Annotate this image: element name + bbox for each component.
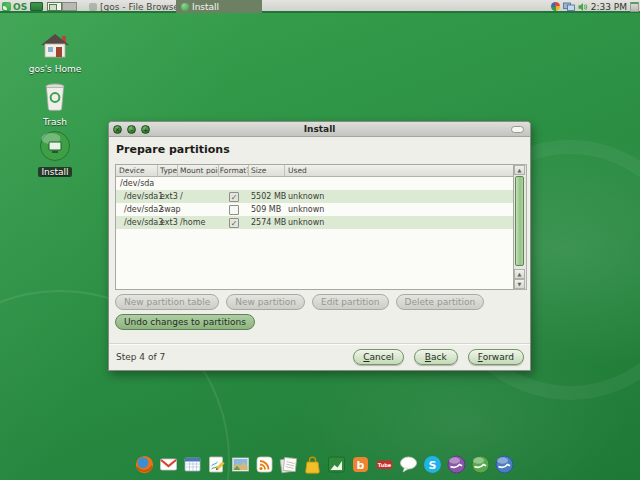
scroll-up-arrow[interactable]: ▲ xyxy=(514,165,525,175)
app-purple-icon xyxy=(446,454,467,475)
dock-item-chat[interactable] xyxy=(397,453,419,475)
dock-item-app-purple[interactable] xyxy=(445,453,467,475)
trash-applet-icon[interactable] xyxy=(630,2,639,12)
clock[interactable]: 2:33 PM xyxy=(591,2,627,12)
table-row[interactable]: /dev/sda1 ext3 / 5502 MB unknown xyxy=(116,190,513,203)
task-label: Install xyxy=(192,2,219,12)
table-row[interactable]: /dev/sda xyxy=(116,177,513,190)
desktop-icon-trash[interactable]: Trash xyxy=(18,82,92,127)
install-task-icon xyxy=(181,3,189,11)
format-checkbox[interactable] xyxy=(229,205,239,215)
forward-button[interactable]: Forward xyxy=(468,349,524,365)
table-header: Device Type Mount point Format? Size Use… xyxy=(116,165,513,177)
delete-partition-button[interactable]: Delete partition xyxy=(396,294,485,310)
dock-item-finance[interactable] xyxy=(325,453,347,475)
install-window: Install Prepare partitions Device Type M… xyxy=(108,121,531,371)
svg-text:Tube: Tube xyxy=(377,461,391,467)
volume-icon[interactable] xyxy=(578,2,588,12)
updates-pinwheel-icon[interactable] xyxy=(551,2,560,11)
column-header[interactable]: Type xyxy=(158,165,178,176)
gmail-icon xyxy=(158,454,179,475)
cancel-button[interactable]: Cancel xyxy=(353,349,404,365)
dock-item-blogger[interactable]: b xyxy=(349,453,371,475)
edit-partition-button[interactable]: Edit partition xyxy=(312,294,389,310)
file-browser-icon xyxy=(89,3,97,11)
gos-menu-button[interactable]: OS xyxy=(2,0,27,13)
dock-item-calendar[interactable] xyxy=(181,453,203,475)
column-header[interactable]: Size xyxy=(249,165,285,176)
install-cd-icon xyxy=(39,130,71,162)
gos-logo-icon xyxy=(2,2,11,11)
window-maximize-button[interactable] xyxy=(141,125,150,134)
column-header[interactable]: Format? xyxy=(219,165,249,176)
top-panel: OS [gos - File Browser] Install 2:33 P xyxy=(0,0,640,13)
finance-chart-icon xyxy=(326,454,347,475)
desktop-icon-install[interactable]: Install xyxy=(18,130,92,177)
workspace-pager[interactable] xyxy=(47,2,77,11)
calendar-icon xyxy=(182,454,203,475)
app-green-icon xyxy=(470,454,491,475)
window-shade-button[interactable] xyxy=(511,126,524,133)
scrollbar-thumb[interactable] xyxy=(515,176,524,266)
svg-text:S: S xyxy=(428,458,436,471)
partition-table: Device Type Mount point Format? Size Use… xyxy=(115,164,527,290)
dock-item-youtube[interactable]: Tube xyxy=(373,453,395,475)
format-checkbox[interactable] xyxy=(229,218,239,228)
dock-item-skype[interactable]: S xyxy=(421,453,443,475)
trash-icon xyxy=(43,82,67,112)
dock-item-rss-reader[interactable] xyxy=(253,453,275,475)
partition-button-row: New partition table New partition Edit p… xyxy=(115,294,484,310)
format-checkbox[interactable] xyxy=(229,192,239,202)
firefox-icon xyxy=(134,454,155,475)
window-titlebar[interactable]: Install xyxy=(109,122,530,137)
workspace-1[interactable] xyxy=(47,2,62,11)
show-desktop-button[interactable] xyxy=(30,2,43,11)
window-close-button[interactable] xyxy=(113,125,122,134)
new-partition-button[interactable]: New partition xyxy=(226,294,305,310)
back-button[interactable]: Back xyxy=(414,349,458,365)
window-minimize-button[interactable] xyxy=(127,125,136,134)
table-row[interactable]: /dev/sda2 swap 509 MB unknown xyxy=(116,203,513,216)
desktop-icon-label: Install xyxy=(18,167,92,177)
shopping-bag-icon xyxy=(302,454,323,475)
scroll-down-arrow[interactable]: ▼ xyxy=(514,279,525,289)
dock-item-docs[interactable] xyxy=(205,453,227,475)
undo-changes-button[interactable]: Undo changes to partitions xyxy=(115,314,255,330)
taskbar-item-install[interactable]: Install xyxy=(176,0,262,13)
news-icon xyxy=(278,454,299,475)
skype-icon: S xyxy=(422,454,443,475)
dock: b Tube S xyxy=(133,453,515,475)
wizard-footer: Step 4 of 7 Cancel Back Forward xyxy=(109,343,530,370)
gos-logo-text: OS xyxy=(13,2,27,12)
scroll-up-arrow[interactable]: ▲ xyxy=(514,269,525,279)
blogger-icon: b xyxy=(350,454,371,475)
docs-icon xyxy=(206,454,227,475)
task-label: [gos - File Browser] xyxy=(100,2,186,12)
window-title: Install xyxy=(109,122,530,137)
dock-item-gmail[interactable] xyxy=(157,453,179,475)
table-scrollbar[interactable]: ▲ ▲ ▼ xyxy=(514,164,527,290)
column-header[interactable]: Mount point xyxy=(178,165,219,176)
column-header[interactable]: Device xyxy=(116,165,158,176)
rss-reader-icon xyxy=(254,454,275,475)
network-monitors-icon[interactable] xyxy=(563,2,575,12)
table-row[interactable]: /dev/sda3 ext3 /home 2574 MB unknown xyxy=(116,216,513,229)
dock-item-firefox[interactable] xyxy=(133,453,155,475)
dock-item-photos[interactable] xyxy=(229,453,251,475)
chat-bubble-icon xyxy=(398,454,419,475)
desktop-icon-home[interactable]: gos's Home xyxy=(18,32,92,74)
system-tray: 2:33 PM xyxy=(551,0,639,13)
photos-icon xyxy=(230,454,251,475)
column-header[interactable]: Used xyxy=(285,165,513,176)
dock-item-shopping-bag[interactable] xyxy=(301,453,323,475)
page-title: Prepare partitions xyxy=(116,143,230,156)
desktop: OS [gos - File Browser] Install 2:33 P xyxy=(0,0,640,480)
desktop-icon-label: gos's Home xyxy=(18,64,92,74)
svg-text:b: b xyxy=(356,458,364,471)
desktop-icon-label: Trash xyxy=(18,117,92,127)
dock-item-news[interactable] xyxy=(277,453,299,475)
new-partition-table-button[interactable]: New partition table xyxy=(115,294,219,310)
dock-item-app-green[interactable] xyxy=(469,453,491,475)
workspace-2[interactable] xyxy=(62,2,77,11)
dock-item-app-blue[interactable] xyxy=(493,453,515,475)
